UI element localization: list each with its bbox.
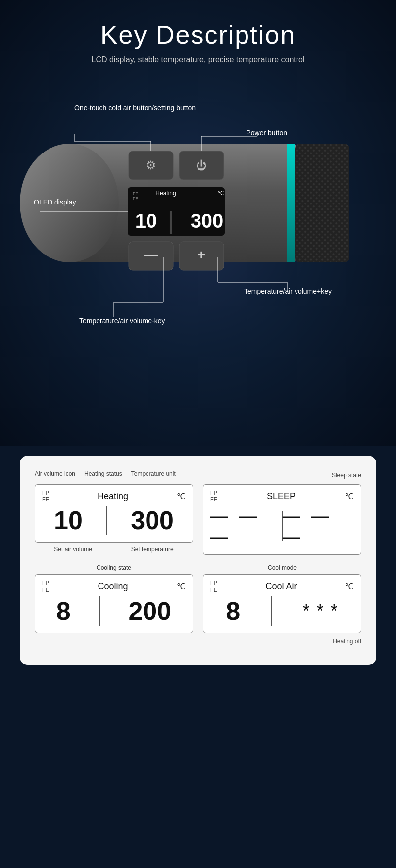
label-temp-unit: Temperature unit [131, 470, 176, 479]
card3-values: 8 200 [42, 596, 186, 626]
card1-temp: 300 [131, 508, 174, 533]
svg-text:FP: FP [133, 191, 139, 196]
card4-label-above: Cool mode [203, 564, 361, 571]
label-set-air-volume: Set air volume [54, 546, 92, 553]
card2-wrapper: FPFE SLEEP ℃ — — — — — — [203, 484, 361, 555]
card4-cool-air: FPFE Cool Air ℃ 8 * * * [203, 574, 361, 633]
svg-text:Heating: Heating [155, 190, 176, 197]
card2-icon: FPFE [210, 490, 217, 503]
card2-mode: SLEEP [267, 491, 296, 502]
card2-unit: ℃ [345, 492, 354, 501]
label-sleep-state: Sleep state [332, 472, 361, 479]
callout-cold-air: One-touch cold air button/setting button [74, 104, 196, 112]
card3-label-above: Cooling state [35, 564, 193, 571]
card4-divider [271, 596, 272, 626]
svg-text:—: — [144, 247, 158, 262]
label-air-volume-icon: Air volume icon [35, 470, 75, 479]
svg-rect-5 [295, 144, 349, 262]
card4-top-row: FPFE Cool Air ℃ [210, 580, 354, 593]
card3-volume: 8 [56, 598, 71, 624]
card4-volume: 8 [226, 598, 240, 624]
bottom-outer: Air volume icon Heating status Temperatu… [0, 446, 396, 685]
card4-heating-off-label: Heating off [203, 636, 361, 645]
svg-text:⏻: ⏻ [196, 159, 207, 172]
card4-unit: ℃ [345, 582, 354, 591]
device-area: One-touch cold air button/setting button… [0, 94, 396, 381]
card1-divider [106, 506, 107, 535]
card1-labels-below: Set air volume Set temperature [35, 546, 193, 553]
svg-text:300: 300 [191, 210, 224, 232]
label-heating-status: Heating status [84, 470, 122, 479]
svg-text:+: + [198, 247, 205, 262]
card1-top-row: FPFE Heating ℃ [42, 490, 186, 503]
card1-values: 10 300 [42, 506, 186, 535]
card4-temp-stars: * * * [303, 601, 339, 621]
card4-mode: Cool Air [266, 581, 297, 592]
card1-heating: FPFE Heating ℃ 10 300 [35, 484, 193, 543]
label-heating-off: Heating off [333, 638, 361, 645]
card3-temp: 200 [128, 598, 171, 624]
card4-icon: FPFE [210, 580, 217, 593]
card3-wrapper: Cooling state FPFE Cooling ℃ 8 200 [35, 564, 193, 645]
card3-top-row: FPFE Cooling ℃ [42, 580, 186, 593]
svg-text:10: 10 [135, 210, 157, 232]
card2-top-labels: Sleep state [332, 470, 361, 479]
bottom-section: Air volume icon Heating status Temperatu… [20, 456, 376, 665]
card3-cooling: FPFE Cooling ℃ 8 200 [35, 574, 193, 633]
card2-values: — — — — — — [210, 506, 354, 547]
card3-mode: Cooling [98, 581, 128, 592]
display-grid: FPFE Heating ℃ 10 300 Set air volume Set… [35, 484, 361, 645]
callout-temp-plus: Temperature/air volume+key [244, 287, 332, 295]
callout-oled: OLED display [34, 198, 76, 206]
svg-text:FE: FE [133, 196, 139, 201]
callout-temp-minus: Temperature/air volume-key [79, 317, 165, 325]
card1-top-labels: Air volume icon Heating status Temperatu… [35, 470, 176, 479]
card2-volume-dash: — — — [210, 506, 282, 547]
card1-wrapper: FPFE Heating ℃ 10 300 Set air volume Set… [35, 484, 193, 555]
label-set-temperature: Set temperature [131, 546, 174, 553]
card2-sleep: FPFE SLEEP ℃ — — — — — — [203, 484, 361, 555]
card1-mode: Heating [98, 491, 128, 502]
card1-volume: 10 [54, 508, 83, 533]
card3-unit: ℃ [177, 582, 186, 591]
card1-unit: ℃ [177, 492, 186, 501]
card4-values: 8 * * * [210, 596, 354, 626]
page-title: Key Description [0, 20, 396, 50]
svg-rect-4 [287, 144, 295, 262]
card3-icon: FPFE [42, 580, 49, 593]
card2-temp-dash: — — — [283, 506, 354, 547]
svg-text:⚙: ⚙ [146, 158, 156, 172]
svg-text:℃: ℃ [218, 190, 224, 197]
top-section: Key Description LCD display, stable temp… [0, 0, 396, 446]
card4-wrapper: Cool mode FPFE Cool Air ℃ 8 * * * [203, 564, 361, 645]
card3-divider [99, 596, 100, 626]
card1-icon: FPFE [42, 490, 49, 503]
card2-top-row: FPFE SLEEP ℃ [210, 490, 354, 503]
page-subtitle: LCD display, stable temperature, precise… [0, 55, 396, 64]
svg-text:|: | [168, 206, 174, 234]
